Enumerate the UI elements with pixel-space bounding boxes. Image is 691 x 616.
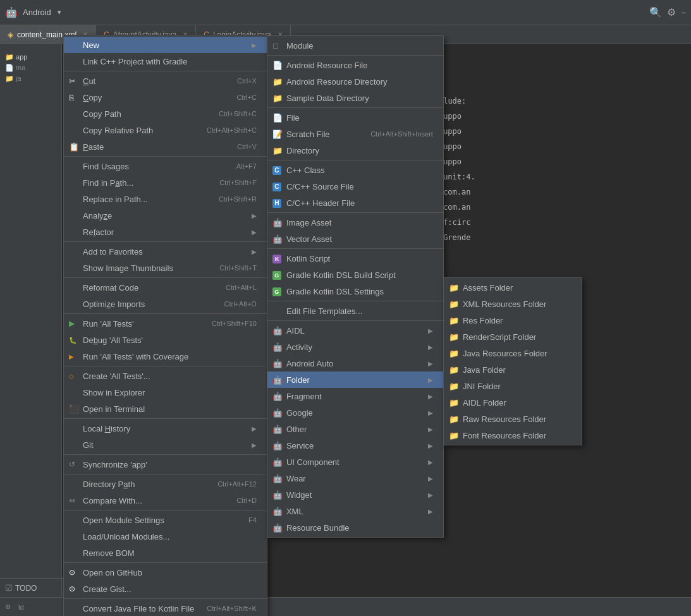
side-item-app[interactable]: 📁 app [3, 52, 59, 63]
submenu-item-aidl[interactable]: 🤖 AIDL ▶ [267, 322, 443, 339]
folder-item-assets[interactable]: 📁 Assets Folder [444, 279, 582, 296]
menu-item-optimize-imports[interactable]: Optimize Imports Ctrl+Alt+O [64, 296, 267, 312]
menu-item-cut[interactable]: ✂ Cut Ctrl+X [64, 73, 267, 89]
menu-item-find-in-path-label: Find in Path... [83, 178, 207, 188]
side-item-java[interactable]: 📁 ja [3, 73, 59, 84]
menu-item-replace-in-path-shortcut: Ctrl+Shift+R [219, 195, 257, 203]
folder-item-res[interactable]: 📁 Res Folder [444, 312, 582, 329]
submenu-item-google-label: Google [286, 408, 423, 418]
submenu-item-directory[interactable]: 📁 Directory [267, 142, 443, 159]
submenu-item-wear[interactable]: 🤖 Wear ▶ [267, 470, 443, 486]
submenu-item-edit-templates[interactable]: Edit File Templates... [267, 303, 443, 319]
submenu-item-cpp-header[interactable]: H C/C++ Header File [267, 195, 443, 211]
submenu-item-android-resource-file[interactable]: 📄 Android Resource File [267, 57, 443, 73]
menu-item-new-arrow: ▶ [252, 42, 257, 49]
submenu-item-module[interactable]: ◻ Module [267, 37, 443, 54]
menu-item-show-explorer[interactable]: Show in Explorer [64, 384, 267, 401]
menu-item-copy-relative-path[interactable]: Copy Relative Path Ctrl+Alt+Shift+C [64, 122, 267, 138]
menu-item-create-gist[interactable]: ⊙ Create Gist... [64, 581, 267, 597]
submenu-item-service[interactable]: 🤖 Service ▶ [267, 437, 443, 454]
menu-item-link-cpp[interactable]: Link C++ Project with Gradle [64, 53, 267, 69]
submenu-item-sample-data-dir[interactable]: 📁 Sample Data Directory [267, 90, 443, 106]
submenu-item-cpp-class[interactable]: C C++ Class [267, 162, 443, 178]
submenu-item-image-asset[interactable]: 🤖 Image Asset [267, 214, 443, 231]
submenu-item-other-label: Other [286, 425, 423, 434]
folder-item-renderscript[interactable]: 📁 RenderScript Folder [444, 329, 582, 345]
submenu-item-activity[interactable]: 🤖 Activity ▶ [267, 339, 443, 355]
menu-item-synchronize[interactable]: ↺ Synchronize 'app' [64, 456, 267, 473]
todo-bar[interactable]: ☑ TODO [0, 578, 62, 597]
submenu-item-file[interactable]: 📄 File [267, 109, 443, 126]
minimize-icon[interactable]: − [681, 8, 686, 18]
submenu-item-folder[interactable]: 🤖 Folder ▶ [267, 371, 443, 388]
folder-item-font-resources[interactable]: 📁 Font Resources Folder [444, 427, 582, 444]
menu-item-debug-tests[interactable]: 🐛 Debug 'All Tests' [64, 332, 267, 348]
folder-item-jni[interactable]: 📁 JNI Folder [444, 378, 582, 394]
submenu-item-aidl-label: AIDL [286, 326, 423, 335]
submenu-item-scratch-file[interactable]: 📝 Scratch File Ctrl+Alt+Shift+Insert [267, 126, 443, 142]
menu-item-compare-with[interactable]: ⇔ Compare With... Ctrl+D [64, 492, 267, 509]
menu-item-new[interactable]: New ▶ [64, 37, 267, 53]
menu-item-new-label: New [83, 40, 247, 50]
folder-item-aidl[interactable]: 📁 AIDL Folder [444, 394, 582, 411]
menu-item-convert-kotlin[interactable]: Convert Java File to Kotlin File Ctrl+Al… [64, 600, 267, 616]
submenu-item-google[interactable]: 🤖 Google ▶ [267, 404, 443, 421]
submenu-item-resource-bundle[interactable]: 🤖 Resource Bundle [267, 519, 443, 536]
submenu-item-vector-asset[interactable]: 🤖 Vector Asset [267, 231, 443, 247]
menu-item-local-history[interactable]: Local History ▶ [64, 420, 267, 437]
new-sep-7 [267, 320, 443, 321]
submenu-item-image-asset-label: Image Asset [286, 218, 433, 227]
new-sep-5 [267, 248, 443, 249]
submenu-item-gradle-settings[interactable]: G Gradle Kotlin DSL Settings [267, 283, 443, 299]
menu-item-analyze[interactable]: Analyze ▶ [64, 207, 267, 224]
submenu-item-android-auto[interactable]: 🤖 Android Auto ▶ [267, 355, 443, 371]
menu-item-run-tests[interactable]: ▶ Run 'All Tests' Ctrl+Shift+F10 [64, 315, 267, 332]
submenu-item-android-resource-dir[interactable]: 📁 Android Resource Directory [267, 73, 443, 90]
menu-item-show-thumbnails[interactable]: Show Image Thumbnails Ctrl+Shift+T [64, 260, 267, 276]
menu-item-create-tests[interactable]: ◇ Create 'All Tests'... [64, 368, 267, 384]
submenu-item-ui-component[interactable]: 🤖 UI Component ▶ [267, 454, 443, 470]
separator-5 [64, 313, 267, 314]
menu-item-refactor[interactable]: Refactor ▶ [64, 224, 267, 240]
separator-7 [64, 418, 267, 419]
submenu-item-kotlin-script[interactable]: K Kotlin Script [267, 250, 443, 267]
compare-icon: ⇔ [69, 496, 80, 505]
menu-item-add-favorites[interactable]: Add to Favorites ▶ [64, 243, 267, 260]
menu-item-module-settings[interactable]: Open Module Settings F4 [64, 512, 267, 528]
submenu-item-other[interactable]: 🤖 Other ▶ [267, 421, 443, 437]
folder-item-raw-resources[interactable]: 📁 Raw Resources Folder [444, 411, 582, 427]
folder-icon: 🤖 [272, 375, 284, 385]
submenu-item-widget[interactable]: 🤖 Widget ▶ [267, 486, 443, 503]
menu-item-reformat[interactable]: Reformat Code Ctrl+Alt+L [64, 279, 267, 296]
submenu-item-xml[interactable]: 🤖 XML ▶ [267, 503, 443, 519]
submenu-item-fragment[interactable]: 🤖 Fragment ▶ [267, 388, 443, 404]
menu-item-copy-path[interactable]: Copy Path Ctrl+Shift+C [64, 106, 267, 122]
menu-item-refactor-label: Refactor [83, 227, 247, 237]
menu-item-git[interactable]: Git ▶ [64, 437, 267, 453]
menu-item-replace-in-path[interactable]: Replace in Path... Ctrl+Shift+R [64, 191, 267, 207]
dropdown-arrow[interactable]: ▼ [56, 9, 63, 16]
menu-item-copy-relative-path-label: Copy Relative Path [83, 126, 194, 135]
menu-item-load-modules[interactable]: Load/Unload Modules... [64, 528, 267, 545]
menu-item-remove-bom[interactable]: Remove BOM [64, 545, 267, 561]
menu-item-open-github-label: Open on GitHub [83, 568, 257, 577]
folder-item-java-resources[interactable]: 📁 Java Resources Folder [444, 345, 582, 361]
menu-item-find-in-path[interactable]: Find in Path... Ctrl+Shift+F [64, 174, 267, 191]
submenu-item-gradle-build[interactable]: G Gradle Kotlin DSL Build Script [267, 267, 443, 283]
search-icon[interactable]: 🔍 [649, 6, 662, 18]
menu-item-paste[interactable]: 📋 Paste Ctrl+V [64, 138, 267, 155]
menu-item-open-terminal[interactable]: ⬛ Open in Terminal [64, 401, 267, 417]
menu-item-directory-path[interactable]: Directory Path Ctrl+Alt+F12 [64, 476, 267, 492]
folder-item-java[interactable]: 📁 Java Folder [444, 361, 582, 378]
submenu-item-edit-templates-label: Edit File Templates... [286, 306, 433, 316]
side-item-manifests[interactable]: 📄 ma [3, 63, 59, 73]
menu-item-run-coverage[interactable]: ▶ Run 'All Tests' with Coverage [64, 348, 267, 365]
submenu-item-gradle-build-label: Gradle Kotlin DSL Build Script [286, 270, 433, 280]
menu-item-find-usages[interactable]: Find Usages Alt+F7 [64, 158, 267, 174]
folder-item-xml-resources[interactable]: 📁 XML Resources Folder [444, 296, 582, 312]
menu-item-open-github[interactable]: ⊙ Open on GitHub [64, 564, 267, 581]
menu-item-copy[interactable]: ⎘ Copy Ctrl+C [64, 89, 267, 106]
submenu-item-cpp-source[interactable]: C C/C++ Source File [267, 178, 443, 195]
settings-icon[interactable]: ⚙ [667, 6, 676, 18]
menu-item-copy-shortcut: Ctrl+C [236, 94, 256, 101]
